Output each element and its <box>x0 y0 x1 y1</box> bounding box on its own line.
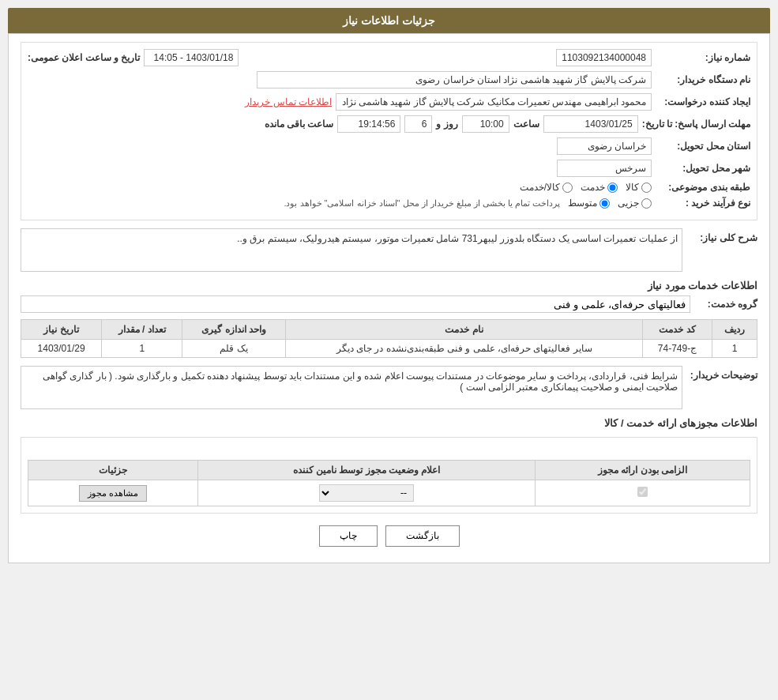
farayand-jozee-text: جزیی <box>618 198 639 209</box>
col-radif: ردیف <box>712 320 757 340</box>
permit-checkbox <box>637 487 648 497</box>
row-vahed: یک قلم <box>182 340 286 358</box>
khadamat-table: ردیف کد خدمت نام خدمت واحد اندازه گیری ت… <box>21 319 757 358</box>
tosiyeh-content: شرایط فنی، قراردادی، پرداخت و سایر موضوع… <box>21 366 682 409</box>
row-kod: ج-749-74 <box>643 340 712 358</box>
permit-vaziat-select[interactable]: -- <box>319 484 414 502</box>
tabaghe-label: طبقه بندی موضوعی: <box>656 182 750 193</box>
bazgasht-button[interactable]: بازگشت <box>385 525 460 547</box>
col-vahed: واحد اندازه گیری <box>182 320 286 340</box>
sharh-label: شرح کلی نیاز: <box>686 228 757 243</box>
row-tedad: 1 <box>102 340 182 358</box>
farayand-motevaset-text: متوسط <box>568 198 597 209</box>
tosiyeh-label: توضیحات خریدار: <box>686 366 757 381</box>
col-kod: کد خدمت <box>643 320 712 340</box>
sharh-content: از عملیات تعمیرات اساسی یک دستگاه بلدوزر… <box>21 228 682 272</box>
saat-label: ساعت <box>513 119 539 130</box>
permit-elzami-cell <box>535 480 750 506</box>
chap-button[interactable]: چاپ <box>319 525 378 547</box>
permit-section: الزامی بودن ارائه مجوز اعلام وضعیت مجوز … <box>21 437 757 514</box>
permit-col-joziat: جزئیات <box>28 461 198 480</box>
shomare-niaz-value: 1103092134000048 <box>556 49 652 66</box>
row-radif: 1 <box>712 340 757 358</box>
radio-kala-khadamat[interactable]: کالا/خدمت <box>520 182 573 193</box>
roz-label: روز و <box>436 119 457 130</box>
radio-khadamat[interactable]: خدمت <box>581 182 618 193</box>
tabaghe-kala-text: کالا <box>626 182 639 193</box>
permit-joziat-cell[interactable]: مشاهده مجوز <box>28 480 198 506</box>
page-title: جزئیات اطلاعات نیاز <box>8 8 770 33</box>
farayand-desc: پرداخت تمام یا بخشی از مبلغ خریدار از مح… <box>284 198 560 209</box>
col-nam: نام خدمت <box>286 320 643 340</box>
mande-label: ساعت باقی مانده <box>265 119 334 130</box>
col-tedad: تعداد / مقدار <box>102 320 182 340</box>
tamas-khardar-link[interactable]: اطلاعات تماس خریدار <box>245 96 332 107</box>
mohlat-label: مهلت ارسال پاسخ: تا تاریخ: <box>642 119 750 130</box>
nam-dastgah-value: شرکت پالایش گاز شهید هاشمی نژاد استان خر… <box>257 71 652 88</box>
khadamat-section-title: اطلاعات خدمات مورد نیاز <box>21 280 757 292</box>
row-nam: سایر فعالیتهای حرفه‌ای، علمی و فنی طبقه‌… <box>286 340 643 358</box>
tarikh-saat-value: 1403/01/18 - 14:05 <box>144 49 239 66</box>
permit-table: الزامی بودن ارائه مجوز اعلام وضعیت مجوز … <box>28 460 750 506</box>
nam-dastgah-label: نام دستگاه خریدار: <box>656 74 750 85</box>
radio-motevaset[interactable]: متوسط <box>568 198 610 209</box>
gorohe-khadamat-input[interactable] <box>21 295 690 313</box>
radio-jozee[interactable]: جزیی <box>618 198 652 209</box>
tabaghe-kala-khadamat-text: کالا/خدمت <box>520 182 560 193</box>
footer-buttons: بازگشت چاپ <box>21 525 757 547</box>
mojozha-title: اطلاعات مجوزهای ارائه خدمت / کالا <box>21 417 757 429</box>
permit-vaziat-cell[interactable]: -- <box>198 480 536 506</box>
mohlat-mande: 19:14:56 <box>337 115 400 133</box>
shahr-label: شهر محل تحویل: <box>656 163 750 174</box>
mohlat-date: 1403/01/25 <box>543 115 638 133</box>
permit-col-vaziat: اعلام وضعیت مجوز توسط نامین کننده <box>198 461 536 480</box>
ostan-label: استان محل تحویل: <box>656 141 750 152</box>
noe-farayand-label: نوع فرآیند خرید : <box>656 198 750 209</box>
mohlat-saat: 10:00 <box>462 115 509 133</box>
moshaheде-mojoz-button[interactable]: مشاهده مجوز <box>79 485 147 502</box>
permit-col-elzami: الزامی بودن ارائه مجوز <box>535 461 750 480</box>
table-row: 1 ج-749-74 سایر فعالیتهای حرفه‌ای، علمی … <box>21 340 757 358</box>
row-tarikh: 1403/01/29 <box>21 340 102 358</box>
ijad-konande-value: محمود ابراهیمی مهندس تعمیرات مکانیک شرکت… <box>336 93 652 111</box>
col-tarikh: تاریخ نیاز <box>21 320 102 340</box>
permit-table-row: -- مشاهده مجوز <box>28 480 750 506</box>
radio-kala[interactable]: کالا <box>626 182 652 193</box>
mohlat-roz: 6 <box>404 115 432 133</box>
gorohe-khadamat-label: گروه خدمت: <box>694 299 757 310</box>
shahr-value: سرخس <box>557 160 652 177</box>
ostan-value: خراسان رضوی <box>557 137 652 155</box>
ijad-konande-label: ایجاد کننده درخواست: <box>656 96 750 107</box>
tarikh-saat-label: تاریخ و ساعت اعلان عمومی: <box>28 52 140 63</box>
tabaghe-khadamat-text: خدمت <box>581 182 605 193</box>
shomare-niaz-label: شماره نیاز: <box>656 52 750 63</box>
